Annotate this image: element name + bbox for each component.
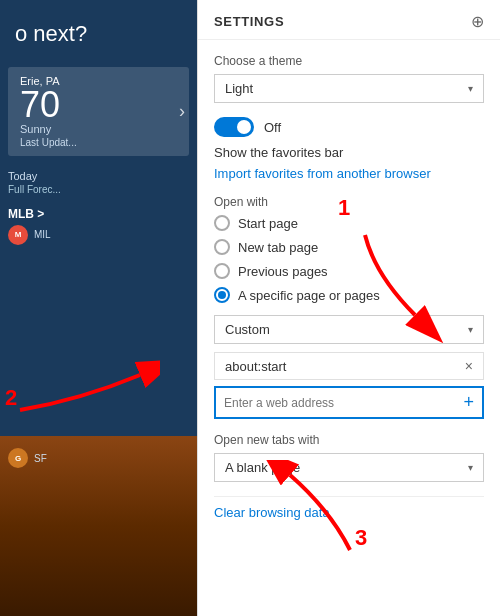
chevron-right-icon[interactable]: › (179, 101, 185, 122)
team2-logo: G (8, 448, 28, 468)
current-page-url: about:start (225, 359, 286, 374)
new-tabs-value: A blank page (225, 460, 300, 475)
team-row-1: M MIL (0, 221, 197, 249)
theme-label: Choose a theme (214, 54, 484, 68)
weather-card: Erie, PA 70 Sunny Last Updat... › (8, 67, 189, 156)
radio-specific-circle (214, 287, 230, 303)
badge-2: 2 (5, 385, 17, 411)
mlb-section-label: MLB > (0, 207, 197, 221)
weather-last-update: Last Updat... (20, 137, 177, 148)
favorites-bar-state: Off (264, 120, 281, 135)
settings-title: SETTINGS (214, 14, 284, 29)
import-favorites-link[interactable]: Import favorites from another browser (214, 166, 484, 181)
custom-value: Custom (225, 322, 270, 337)
team1-logo: M (8, 225, 28, 245)
team1-name: MIL (34, 229, 51, 240)
badge-3: 3 (355, 525, 367, 551)
custom-dropdown-arrow: ▾ (468, 324, 473, 335)
radio-specific-label: A specific page or pages (238, 288, 380, 303)
radio-start-circle (214, 215, 230, 231)
clear-browsing-label: Clear browsing data (214, 505, 484, 520)
pin-icon[interactable]: ⊕ (471, 12, 484, 31)
current-page-row: about:start × (214, 352, 484, 380)
team2-name: SF (34, 453, 47, 464)
browser-background: o next? Erie, PA 70 Sunny Last Updat... … (0, 0, 197, 616)
radio-newtab-label: New tab page (238, 240, 318, 255)
favorites-bar-toggle[interactable] (214, 117, 254, 137)
new-tabs-dropdown[interactable]: A blank page ▾ (214, 453, 484, 482)
add-url-row: + (214, 386, 484, 419)
full-forecast-label: Full Forec... (8, 184, 189, 195)
new-tabs-label: Open new tabs with (214, 433, 484, 447)
add-url-input[interactable] (216, 391, 455, 415)
forecast-section: Today Full Forec... (0, 164, 197, 199)
add-url-plus-button[interactable]: + (455, 388, 482, 417)
radio-specific-page[interactable]: A specific page or pages (214, 287, 484, 303)
settings-header: SETTINGS ⊕ (198, 0, 500, 40)
close-page-button[interactable]: × (465, 358, 473, 374)
radio-prev-circle (214, 263, 230, 279)
bg-bottom-image: G SF (0, 436, 197, 616)
settings-body: Choose a theme Light ▾ Off Show the favo… (198, 54, 500, 520)
weather-temp: 70 (20, 87, 177, 123)
bg-question-text: o next? (0, 0, 197, 59)
today-label: Today (8, 168, 189, 184)
radio-prev-pages[interactable]: Previous pages (214, 263, 484, 279)
favorites-bar-label: Show the favorites bar (214, 145, 484, 160)
custom-dropdown[interactable]: Custom ▾ (214, 315, 484, 344)
settings-panel: SETTINGS ⊕ Choose a theme Light ▾ Off Sh… (197, 0, 500, 616)
weather-desc: Sunny (20, 123, 177, 135)
theme-dropdown-arrow: ▾ (468, 83, 473, 94)
theme-value: Light (225, 81, 253, 96)
open-with-radio-group: Start page New tab page Previous pages A… (214, 215, 484, 303)
toggle-knob (237, 120, 251, 134)
radio-newtab-circle (214, 239, 230, 255)
theme-dropdown[interactable]: Light ▾ (214, 74, 484, 103)
radio-prev-label: Previous pages (238, 264, 328, 279)
divider (214, 496, 484, 497)
team-row-2: G SF (0, 444, 197, 472)
new-tabs-dropdown-arrow: ▾ (468, 462, 473, 473)
radio-start-label: Start page (238, 216, 298, 231)
favorites-bar-row: Off (214, 117, 484, 137)
badge-1: 1 (338, 195, 350, 221)
radio-new-tab[interactable]: New tab page (214, 239, 484, 255)
